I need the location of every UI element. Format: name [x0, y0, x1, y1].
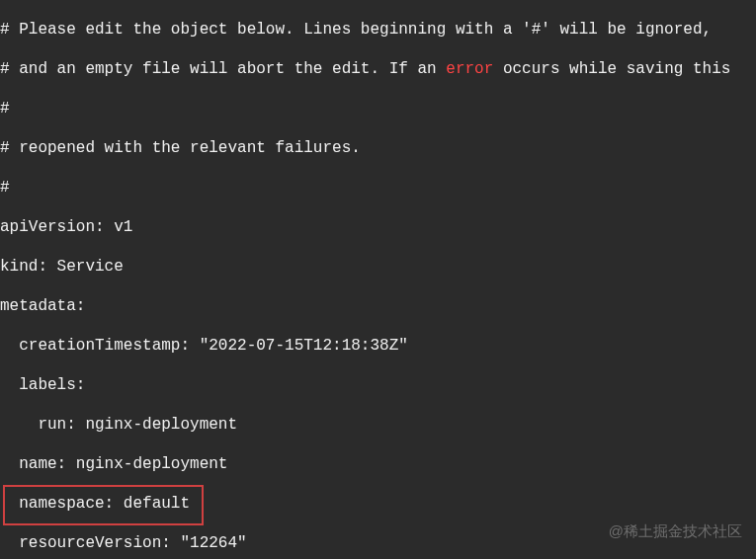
text-editor[interactable]: # Please edit the object below. Lines be… — [0, 0, 756, 559]
comment-line: # and an empty file will abort the edit.… — [0, 59, 756, 79]
comment-line: # — [0, 178, 756, 198]
error-keyword: error — [446, 60, 493, 78]
yaml-line: run: nginx-deployment — [0, 415, 756, 435]
yaml-line: name: nginx-deployment — [0, 454, 756, 474]
yaml-line: kind: Service — [0, 257, 756, 277]
yaml-line: metadata: — [0, 296, 756, 316]
comment-line: # — [0, 99, 756, 119]
comment-line: # reopened with the relevant failures. — [0, 138, 756, 158]
yaml-line: creationTimestamp: "2022-07-15T12:18:38Z… — [0, 336, 756, 356]
yaml-line: apiVersion: v1 — [0, 217, 756, 237]
yaml-line: namespace: default — [0, 494, 756, 514]
watermark-text: @稀土掘金技术社区 — [609, 522, 742, 541]
yaml-line: labels: — [0, 375, 756, 395]
comment-line: # Please edit the object below. Lines be… — [0, 20, 756, 40]
